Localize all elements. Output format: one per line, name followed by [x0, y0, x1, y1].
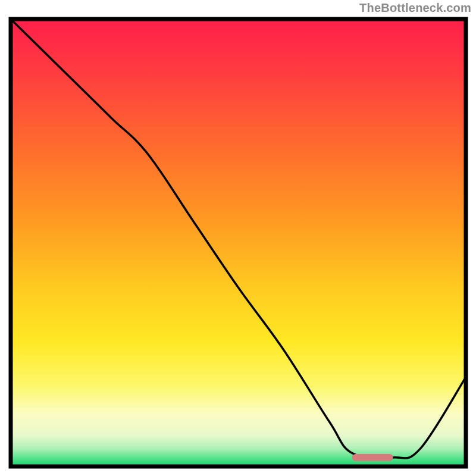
optimal-marker: [352, 454, 393, 461]
watermark-label: TheBottleneck.com: [359, 1, 471, 15]
bottleneck-chart: [8, 17, 468, 469]
chart-stage: TheBottleneck.com: [0, 0, 476, 476]
